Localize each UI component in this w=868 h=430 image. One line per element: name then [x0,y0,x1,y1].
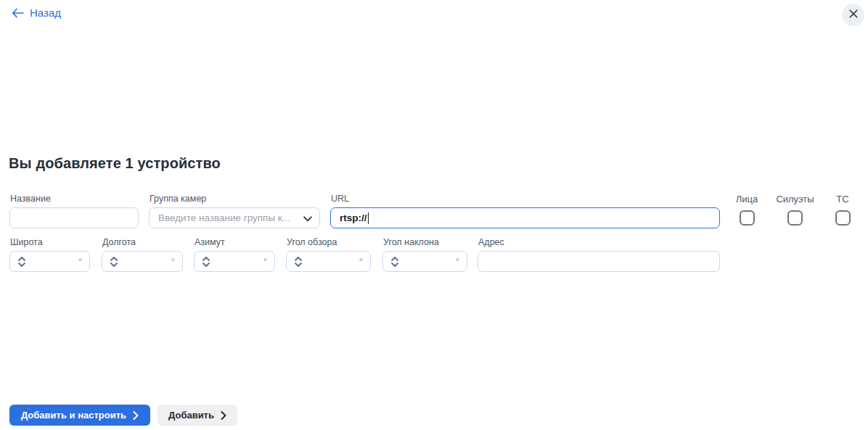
page-title: Вы добавляете 1 устройство [9,155,221,172]
longitude-input[interactable]: ° [102,251,183,272]
address-input[interactable] [478,251,720,272]
add-label: Добавить [168,410,214,421]
tilt-angle-input[interactable]: ° [382,251,467,272]
add-and-configure-button[interactable]: Добавить и настроить [9,405,150,426]
faces-checkbox-label: Лица [736,194,758,204]
spinner-up-down-icon[interactable] [202,256,210,268]
url-input[interactable]: rtsp:// [330,207,720,228]
add-and-configure-label: Добавить и настроить [21,410,126,421]
address-field-label: Адрес [478,237,504,247]
spinner-up-down-icon[interactable] [17,256,26,268]
url-input-value: rtsp:// [340,212,367,223]
silhouettes-checkbox-label: Силуэты [776,194,814,204]
longitude-unit: ° [171,257,175,266]
chevron-right-icon [221,411,226,420]
latitude-unit: ° [78,257,82,266]
vehicles-checkbox[interactable] [835,210,851,226]
tilt-angle-field-label: Угол наклона [383,237,439,247]
name-input[interactable] [9,207,139,228]
chevron-right-icon [133,411,139,420]
camera-group-placeholder: Введите название группы к... [158,212,299,223]
longitude-field-label: Долгота [102,237,136,247]
view-angle-input[interactable]: ° [286,251,371,272]
chevron-down-icon [299,212,312,225]
spinner-up-down-icon[interactable] [390,256,399,268]
camera-group-select[interactable]: Введите название группы к... [149,207,320,228]
azimuth-field-label: Азимут [195,237,225,247]
silhouettes-checkbox[interactable] [787,210,803,226]
vehicles-check-col: ТС [827,194,858,226]
silhouettes-check-col: Силуэты [775,194,815,226]
latitude-input[interactable]: ° [9,251,90,272]
latitude-field-label: Широта [10,237,43,247]
view-angle-unit: ° [359,257,363,266]
spinner-up-down-icon[interactable] [294,256,303,268]
azimuth-input[interactable]: ° [194,251,275,272]
spinner-up-down-icon[interactable] [110,256,118,268]
vehicles-checkbox-label: ТС [836,194,848,204]
add-button[interactable]: Добавить [157,405,237,426]
name-field-label: Название [10,194,51,204]
url-field-label: URL [331,194,349,204]
view-angle-field-label: Угол обзора [287,237,337,247]
faces-checkbox[interactable] [740,210,755,226]
camera-group-field-label: Группа камер [150,194,206,204]
close-button[interactable] [842,4,864,26]
arrow-left-icon [12,8,24,18]
text-caret [368,212,369,224]
back-link[interactable]: Назад [12,6,61,20]
close-icon [848,9,859,21]
add-device-page: Назад Вы добавляете 1 устройство Названи… [0,0,868,430]
azimuth-unit: ° [263,257,267,266]
tilt-angle-unit: ° [456,257,459,266]
back-link-label: Назад [30,6,61,20]
faces-check-col: Лица [732,194,762,226]
